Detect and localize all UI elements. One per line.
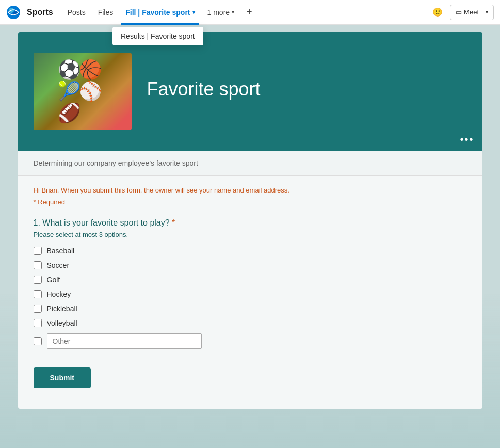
option-golf[interactable]: Golf xyxy=(34,276,467,284)
required-label: * Required xyxy=(34,198,467,206)
fill-tab-dropdown[interactable]: Results | Favorite sport xyxy=(112,27,203,45)
tab-more[interactable]: 1 more ▾ xyxy=(203,0,239,25)
tab-files[interactable]: Files xyxy=(94,0,118,25)
checkbox-baseball[interactable] xyxy=(34,247,42,255)
option-other[interactable] xyxy=(34,333,467,349)
label-golf[interactable]: Golf xyxy=(47,276,60,284)
meet-button[interactable]: ▭ Meet ▾ xyxy=(450,5,494,20)
label-volleyball[interactable]: Volleyball xyxy=(47,319,77,327)
checkbox-soccer[interactable] xyxy=(34,261,42,269)
other-text-input[interactable] xyxy=(47,333,202,349)
checkbox-hockey[interactable] xyxy=(34,290,42,298)
form-body: Hi Brian. When you submit this form, the… xyxy=(18,176,482,409)
banner-image xyxy=(34,53,132,130)
add-tab-button[interactable]: + xyxy=(243,0,256,25)
nav-right-actions: 🙂 ▭ Meet ▾ xyxy=(429,4,494,21)
option-baseball[interactable]: Baseball xyxy=(34,247,467,255)
label-soccer[interactable]: Soccer xyxy=(47,261,70,269)
banner-more-button[interactable]: ••• xyxy=(460,134,474,146)
checkbox-other[interactable] xyxy=(34,337,42,345)
app-logo xyxy=(6,5,21,20)
form-info-text: Hi Brian. When you submit this form, the… xyxy=(34,186,467,194)
option-soccer[interactable]: Soccer xyxy=(34,261,467,269)
banner-title: Favorite sport xyxy=(147,78,261,100)
checkbox-golf[interactable] xyxy=(34,276,42,284)
app-name: Sports xyxy=(27,8,53,17)
question-1-title: 1. What is your favorite sport to play? … xyxy=(34,218,467,228)
chat-icon-button[interactable]: 🙂 xyxy=(429,4,446,21)
checkbox-volleyball[interactable] xyxy=(34,319,42,327)
label-pickleball[interactable]: Pickleball xyxy=(47,305,77,313)
submit-button[interactable]: Submit xyxy=(34,367,91,388)
top-nav: Sports Posts Files Fill | Favorite sport… xyxy=(0,0,500,25)
chat-icon: 🙂 xyxy=(432,7,443,17)
option-volleyball[interactable]: Volleyball xyxy=(34,319,467,327)
question-1-subtitle: Please select at most 3 options. xyxy=(34,231,467,238)
label-hockey[interactable]: Hockey xyxy=(47,290,71,298)
video-icon: ▭ xyxy=(456,8,462,16)
label-baseball[interactable]: Baseball xyxy=(47,247,75,255)
option-hockey[interactable]: Hockey xyxy=(34,290,467,298)
option-pickleball[interactable]: Pickleball xyxy=(34,305,467,313)
more-chevron-icon: ▾ xyxy=(232,9,234,15)
question-1-block: 1. What is your favorite sport to play? … xyxy=(34,218,467,349)
tab-fill[interactable]: Fill | Favorite sport ▾ xyxy=(121,0,199,25)
tab-posts[interactable]: Posts xyxy=(63,0,90,25)
form-description: Determining our company employee's favor… xyxy=(18,151,482,176)
banner-text-area: Favorite sport xyxy=(132,63,271,120)
meet-chevron-icon[interactable]: ▾ xyxy=(482,7,488,18)
tab-fill-chevron: ▾ xyxy=(192,9,195,15)
checkbox-pickleball[interactable] xyxy=(34,305,42,313)
form-banner: Favorite sport ••• xyxy=(18,32,482,151)
